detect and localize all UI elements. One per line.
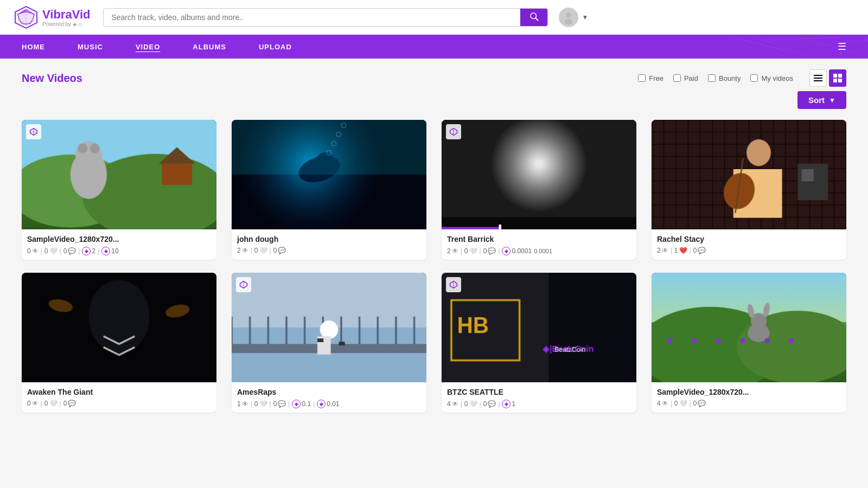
video-title-7: BTZC SEATTLE [447,388,631,396]
svg-rect-22 [814,80,822,81]
filter-myvideos-checkbox[interactable] [750,74,758,82]
video-stats-3: 2👁 | 0🤍 | 0💬 | ◆0.0001 0.0001 [447,247,631,255]
video-stats-1: 0👁 | 0🤍 | 0💬 | ◆2 | ◆10 [27,247,211,255]
filter-myvideos-label: My videos [761,74,793,82]
logo-powered-text: Powered by ◈ ◇ [42,22,90,27]
svg-line-8 [536,18,538,20]
video-card-7[interactable]: BTZC SEATTLE 4👁 | 0🤍 | 0💬 | ◆1 [442,273,636,413]
nav-menu-icon[interactable]: ☰ [838,41,846,53]
svg-rect-21 [814,78,822,79]
logo-text: VibraVid [42,8,90,21]
svg-point-19 [864,39,866,41]
filter-free-label: Free [649,74,663,82]
filter-paid-label: Paid [684,74,698,82]
filter-bounty-checkbox[interactable] [708,74,716,82]
nav-home[interactable]: HOME [22,43,78,51]
svg-rect-24 [838,74,842,78]
video-info-4: Rachel Stacy 2👁 | 1❤️ | 0💬 [652,229,846,259]
user-chevron-icon: ▼ [582,14,588,21]
nav-albums[interactable]: ALBUMS [193,43,259,51]
sort-button[interactable]: Sort ▼ [797,91,846,109]
video-title-3: Trent Barrick [447,235,631,243]
svg-rect-20 [814,75,822,76]
video-title-8: SampleVideo_1280x720... [657,388,841,396]
filter-bounty[interactable]: Bounty [708,74,741,82]
page-title: New Videos [22,72,82,85]
sort-bar: Sort ▼ [22,91,846,109]
user-area[interactable]: ▼ [559,8,588,27]
video-title-1: SampleVideo_1280x720... [27,235,211,243]
filter-paid[interactable]: Paid [673,74,698,82]
video-info-6: AmesRaps 1👁 | 0🤍 | 0💬 | ◆0.1 | ◆0.01 [232,382,426,413]
video-info-1: SampleVideo_1280x720... 0👁 | 0🤍 | 0💬 | ◆… [22,229,216,260]
svg-point-18 [781,55,782,56]
thumb-badge-1 [26,124,41,139]
avatar [559,8,578,27]
video-thumb-7 [442,273,636,382]
filter-myvideos[interactable]: My videos [750,74,793,82]
video-card-4[interactable]: Rachel Stacy 2👁 | 1❤️ | 0💬 [652,120,846,260]
video-stats-6: 1👁 | 0🤍 | 0💬 | ◆0.1 | ◆0.01 [237,400,421,408]
video-thumb-2 [232,120,426,229]
video-card-6[interactable]: AmesRaps 1👁 | 0🤍 | 0💬 | ◆0.1 | ◆0.01 [232,273,426,413]
video-title-5: Awaken The Giant [27,388,211,396]
header: VibraVid Powered by ◈ ◇ ▼ [0,0,868,35]
video-info-7: BTZC SEATTLE 4👁 | 0🤍 | 0💬 | ◆1 [442,382,636,413]
filter-free[interactable]: Free [638,74,663,82]
svg-point-17 [802,42,804,44]
svg-point-10 [564,19,573,24]
thumb-badge-6 [236,277,251,292]
video-info-2: john dough 2👁 | 0🤍 | 0💬 [232,229,426,259]
video-stats-4: 2👁 | 1❤️ | 0💬 [657,247,841,254]
video-title-4: Rachel Stacy [657,235,841,243]
video-thumb-3 [442,120,636,229]
nav-upload[interactable]: UPLOAD [259,43,324,51]
nav: HOME MUSIC VIDEO ALBUMS UPLOAD ☰ [0,35,868,59]
video-thumb-8 [652,273,846,382]
nav-music[interactable]: MUSIC [78,43,136,51]
filter-bar: New Videos Free Paid Bounty My videos [22,69,846,87]
thumb-badge-3 [446,124,461,139]
search-container [103,8,548,27]
video-thumb-4 [652,120,846,229]
filter-paid-checkbox[interactable] [673,74,681,82]
logo[interactable]: VibraVid Powered by ◈ ◇ [13,4,90,30]
nav-video[interactable]: VIDEO [136,43,193,51]
view-toggle [809,69,846,87]
video-thumb-5 [22,273,216,382]
video-card-5[interactable]: Awaken The Giant 0👁 | 0🤍 | 0💬 [22,273,216,413]
search-button[interactable] [520,9,547,26]
svg-rect-26 [838,79,842,82]
video-info-8: SampleVideo_1280x720... 4👁 | 0🤍 | 0💬 [652,382,846,412]
video-title-6: AmesRaps [237,388,421,396]
video-card-2[interactable]: john dough 2👁 | 0🤍 | 0💬 [232,120,426,260]
filter-free-checkbox[interactable] [638,74,646,82]
video-card-1[interactable]: SampleVideo_1280x720... 0👁 | 0🤍 | 0💬 | ◆… [22,120,216,260]
thumb-badge-7 [446,277,461,292]
main-content: New Videos Free Paid Bounty My videos [0,59,868,488]
svg-point-9 [566,12,571,18]
svg-point-16 [840,53,842,55]
video-stats-2: 2👁 | 0🤍 | 0💬 [237,247,421,254]
video-stats-5: 0👁 | 0🤍 | 0💬 [27,400,211,407]
sort-label: Sort [808,95,825,105]
video-card-8[interactable]: SampleVideo_1280x720... 4👁 | 0🤍 | 0💬 [652,273,846,413]
video-thumb-1 [22,120,216,229]
video-stats-8: 4👁 | 0🤍 | 0💬 [657,400,841,407]
video-card-3[interactable]: Trent Barrick 2👁 | 0🤍 | 0💬 | ◆0.0001 0.0… [442,120,636,260]
svg-rect-25 [833,79,837,82]
filter-bounty-label: Bounty [719,74,741,82]
svg-rect-23 [833,74,837,78]
video-stats-7: 4👁 | 0🤍 | 0💬 | ◆1 [447,400,631,408]
video-info-3: Trent Barrick 2👁 | 0🤍 | 0💬 | ◆0.0001 0.0… [442,229,636,260]
view-list-button[interactable] [809,69,827,87]
video-grid: SampleVideo_1280x720... 0👁 | 0🤍 | 0💬 | ◆… [22,120,846,413]
video-title-2: john dough [237,235,421,243]
video-info-5: Awaken The Giant 0👁 | 0🤍 | 0💬 [22,382,216,412]
sort-chevron-icon: ▼ [829,97,835,104]
video-thumb-6 [232,273,426,382]
view-grid-button[interactable] [829,69,846,87]
svg-line-11 [732,37,787,51]
search-input[interactable] [104,9,520,26]
